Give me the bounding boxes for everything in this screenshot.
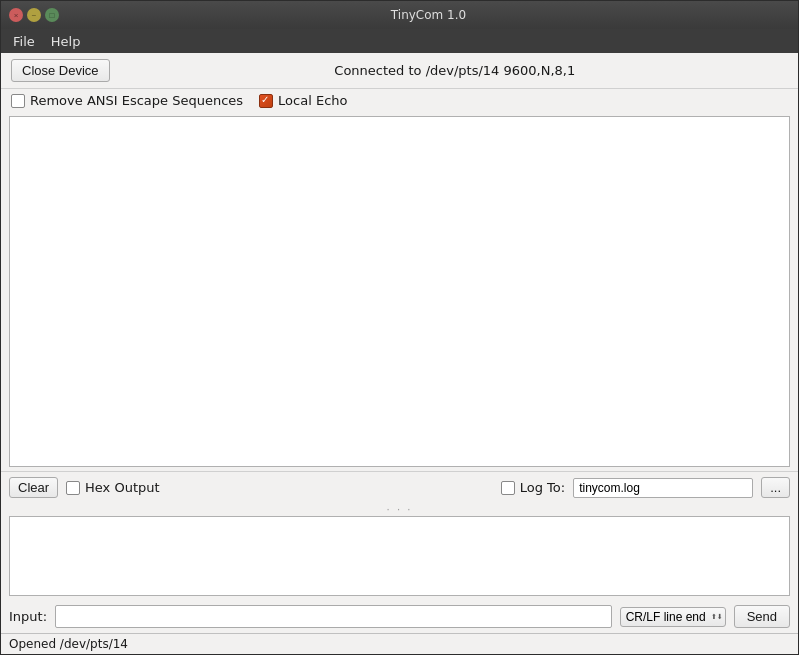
- input-label-text: Input:: [9, 609, 47, 624]
- options-row: Remove ANSI Escape Sequences Local Echo: [1, 89, 798, 112]
- remove-ansi-checkbox[interactable]: [11, 94, 25, 108]
- browse-button[interactable]: ...: [761, 477, 790, 498]
- toolbar: Close Device Connected to /dev/pts/14 96…: [1, 53, 798, 89]
- maximize-window-button[interactable]: □: [45, 8, 59, 22]
- remove-ansi-label[interactable]: Remove ANSI Escape Sequences: [11, 93, 243, 108]
- connection-status: Connected to /dev/pts/14 9600,N,8,1: [122, 63, 788, 78]
- close-window-button[interactable]: ×: [9, 8, 23, 22]
- clear-button[interactable]: Clear: [9, 477, 58, 498]
- log-to-checkbox[interactable]: [501, 481, 515, 495]
- log-to-text: Log To:: [520, 480, 565, 495]
- menu-file[interactable]: File: [5, 32, 43, 51]
- titlebar-controls: × − □: [9, 8, 59, 22]
- status-text: Opened /dev/pts/14: [9, 637, 128, 651]
- controls-bar: Clear Hex Output Log To: ...: [1, 471, 798, 503]
- line-end-select[interactable]: No line end CR line end LF line end CR/L…: [620, 607, 726, 627]
- local-echo-text: Local Echo: [278, 93, 347, 108]
- minimize-window-button[interactable]: −: [27, 8, 41, 22]
- serial-input-field[interactable]: [55, 605, 612, 628]
- line-end-wrapper: No line end CR line end LF line end CR/L…: [620, 607, 726, 627]
- close-device-button[interactable]: Close Device: [11, 59, 110, 82]
- send-button[interactable]: Send: [734, 605, 790, 628]
- statusbar: Opened /dev/pts/14: [1, 633, 798, 654]
- hex-output-label[interactable]: Hex Output: [66, 480, 160, 495]
- input-bar: Input: No line end CR line end LF line e…: [1, 600, 798, 633]
- menu-help[interactable]: Help: [43, 32, 89, 51]
- titlebar: × − □ TinyCom 1.0: [1, 1, 798, 29]
- remove-ansi-text: Remove ANSI Escape Sequences: [30, 93, 243, 108]
- log-to-label[interactable]: Log To:: [501, 480, 565, 495]
- window-title: TinyCom 1.0: [67, 8, 790, 22]
- main-window: × − □ TinyCom 1.0 File Help Close Device…: [0, 0, 799, 655]
- resize-handle[interactable]: · · ·: [1, 503, 798, 516]
- local-echo-checkbox[interactable]: [259, 94, 273, 108]
- local-echo-label[interactable]: Local Echo: [259, 93, 347, 108]
- hex-output-checkbox[interactable]: [66, 481, 80, 495]
- hex-output-text: Hex Output: [85, 480, 160, 495]
- menubar: File Help: [1, 29, 798, 53]
- log-filename-input[interactable]: [573, 478, 753, 498]
- input-section[interactable]: [9, 516, 790, 596]
- output-area[interactable]: [9, 116, 790, 467]
